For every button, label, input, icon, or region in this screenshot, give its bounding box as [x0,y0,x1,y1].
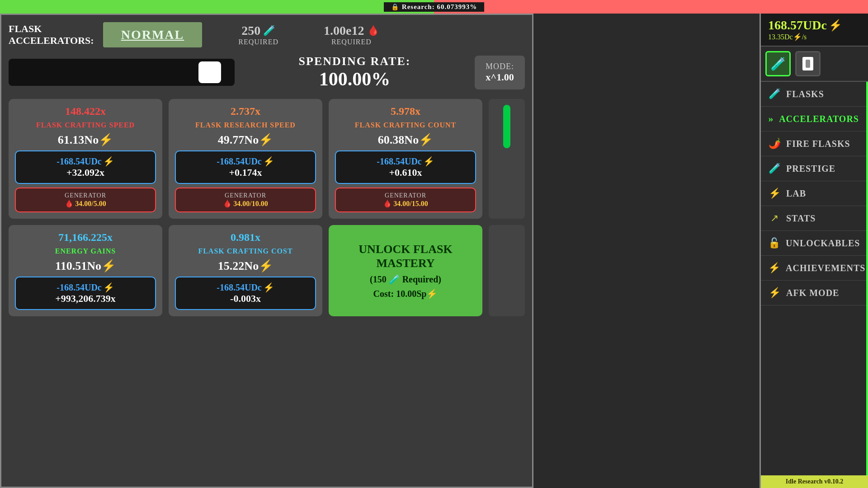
stats-label: Stats [786,213,816,224]
accelerators-icon: » [768,113,774,125]
card-name-2: Flask Research Speed [175,121,316,129]
scrollbar-row2[interactable] [489,225,525,316]
spending-rate-box: Spending Rate: 100.00% [244,55,466,90]
card-flask-crafting-speed[interactable]: 148.422x Flask Crafting Speed 61.13No⚡ -… [9,99,162,219]
req2-container: 1.00e12 🩸 Required [324,23,379,46]
lock-icon: 🔒 [391,3,399,11]
sidebar-item-stats[interactable]: ↗ Stats [761,206,866,231]
spending-rate-value: 100.00% [244,68,466,90]
cost-box-3[interactable]: -168.54UDc⚡ +0.610x [335,150,476,184]
tab-flask-icon[interactable]: 🧪 [765,51,791,76]
mode-value: x^1.00 [486,71,514,83]
cost-udc-5: -168.54UDc⚡ [180,282,311,293]
card-flask-crafting-count[interactable]: 5.978x Flask Crafting Count 60.38No⚡ -16… [329,99,482,219]
sidebar-item-unlockables[interactable]: 🔓 Unlockables [761,231,866,256]
card-name-4: Energy Gains [15,247,156,255]
card-energy-4: 110.51No⚡ [15,259,156,273]
card-energy-2: 49.77No⚡ [175,133,316,147]
generator-box-3[interactable]: Generator 🩸34.00/15.00 [335,188,476,212]
spending-area: Spending Rate: 100.00% Mode: x^1.00 [9,55,525,90]
sidebar-item-prestige[interactable]: 🧪 Prestige [761,156,866,181]
accelerators-label: Accelerators [779,114,859,124]
slider-container[interactable] [9,59,235,86]
generator-box-1[interactable]: Generator 🩸34.00/5.00 [15,188,156,212]
card-multiplier-3: 5.978x [335,105,476,117]
unlock-title: Unlock FlaskMastery [359,242,452,270]
cost-mult-4: +993,206.739x [20,293,151,305]
fire-flasks-icon: 🌶️ [768,138,781,150]
main-area: Flask Accelerators: Normal 250 🧪 Require… [0,14,533,488]
cost-mult-3: +0.610x [340,167,471,178]
cost-mult-1: +32.092x [20,167,151,178]
unlock-cost: Cost: 10.00Sp⚡ [373,288,438,299]
sidebar-item-achievements[interactable]: ⚡ Achievements [761,256,866,281]
prestige-icon: 🧪 [768,163,781,174]
tab-secondary-icon[interactable] [795,51,821,76]
generator-value-3: 🩸34.00/15.00 [340,199,472,208]
cost-mult-2: +0.174x [180,167,311,178]
generator-label-2: Generator [179,192,311,199]
generator-label-1: Generator [19,192,151,199]
cost-box-1[interactable]: -168.54UDc⚡ +32.092x [15,150,156,184]
sidebar-item-accelerators[interactable]: » Accelerators [761,107,866,131]
req2-label: Required [331,38,372,46]
cost-box-4[interactable]: -168.54UDc⚡ +993,206.739x [15,277,156,310]
udc-bolt-icon: ⚡ [829,19,842,32]
slider-thumb[interactable] [198,61,221,83]
sidebar-item-fire-flasks[interactable]: 🌶️ Fire Flasks [761,131,866,156]
generator-value-1: 🩸34.00/5.00 [19,199,151,208]
flask-icon-req1: 🧪 [263,25,275,37]
cost-udc-1: -168.54UDc⚡ [20,156,151,167]
scrollbar[interactable] [489,99,525,219]
normal-button[interactable]: Normal [103,22,203,47]
research-text: Research: 60.073993% [402,3,477,11]
req2-value: 1.00e12 🩸 [324,23,379,38]
generator-value-2: 🩸34.00/10.00 [179,199,311,208]
prestige-label: Prestige [786,164,835,174]
mode-box: Mode: x^1.00 [475,56,525,89]
nav-items: 🧪 Flasks » Accelerators 🌶️ Fire Flasks 🧪… [761,82,868,475]
lab-icon: ⚡ [768,188,781,199]
card-multiplier-5: 0.981x [175,231,316,244]
generator-label-3: Generator [340,192,472,199]
unlock-req: (150 🧪 Required) [370,274,441,285]
drop-icon-req2: 🩸 [367,25,379,37]
unlock-flask-mastery-card[interactable]: Unlock FlaskMastery (150 🧪 Required) Cos… [329,225,482,316]
sidebar-item-lab[interactable]: ⚡ Lab [761,181,866,206]
cost-udc-3: -168.54UDc⚡ [340,156,471,167]
top-bar: 🔒 Research: 60.073993% [0,0,868,14]
sidebar-item-afk-mode[interactable]: ⚡ AFK Mode [761,281,866,305]
mode-label: Mode: [486,62,514,71]
afk-mode-icon: ⚡ [768,287,781,299]
flask-accelerators-label: Flask Accelerators: [9,23,94,47]
card-flask-research-speed[interactable]: 2.737x Flask Research Speed 49.77No⚡ -16… [169,99,322,219]
fire-flasks-label: Fire Flasks [786,139,850,149]
icon-tabs: 🧪 [761,47,868,82]
card-energy-gains[interactable]: 71,166.225x Energy Gains 110.51No⚡ -168.… [9,225,162,316]
unlockables-label: Unlockables [786,238,860,249]
sidebar-item-flasks[interactable]: 🧪 Flasks [761,82,866,107]
req1-value: 250 🧪 [241,23,275,38]
header-row: Flask Accelerators: Normal 250 🧪 Require… [9,22,525,47]
card-name-3: Flask Crafting Count [335,121,476,129]
card-energy-1: 61.13No⚡ [15,133,156,147]
version-label: Idle Research v0.10.2 [761,475,868,488]
achievements-icon: ⚡ [768,262,780,274]
lab-label: Lab [786,188,806,199]
spending-rate-title: Spending Rate: [244,55,466,68]
card-flask-crafting-cost[interactable]: 0.981x Flask Crafting Cost 15.22No⚡ -168… [169,225,322,316]
card-name-1: Flask Crafting Speed [15,121,156,129]
card-multiplier-2: 2.737x [175,105,316,117]
research-label: 🔒 Research: 60.073993% [384,2,484,12]
cost-box-5[interactable]: -168.54UDc⚡ -0.003x [175,277,316,310]
cards-grid: 148.422x Flask Crafting Speed 61.13No⚡ -… [9,99,525,316]
req1-label: Required [238,38,278,46]
generator-box-2[interactable]: Generator 🩸34.00/10.00 [175,188,316,212]
cost-box-2[interactable]: -168.54UDc⚡ +0.174x [175,150,316,184]
udc-rate: 13.35Dc⚡/s [768,33,861,41]
flasks-label: Flasks [786,89,824,99]
card-energy-3: 60.38No⚡ [335,133,476,147]
flasks-icon: 🧪 [768,88,781,100]
udc-value: 168.57UDc ⚡ [768,18,861,33]
unlockables-icon: 🔓 [768,237,780,249]
